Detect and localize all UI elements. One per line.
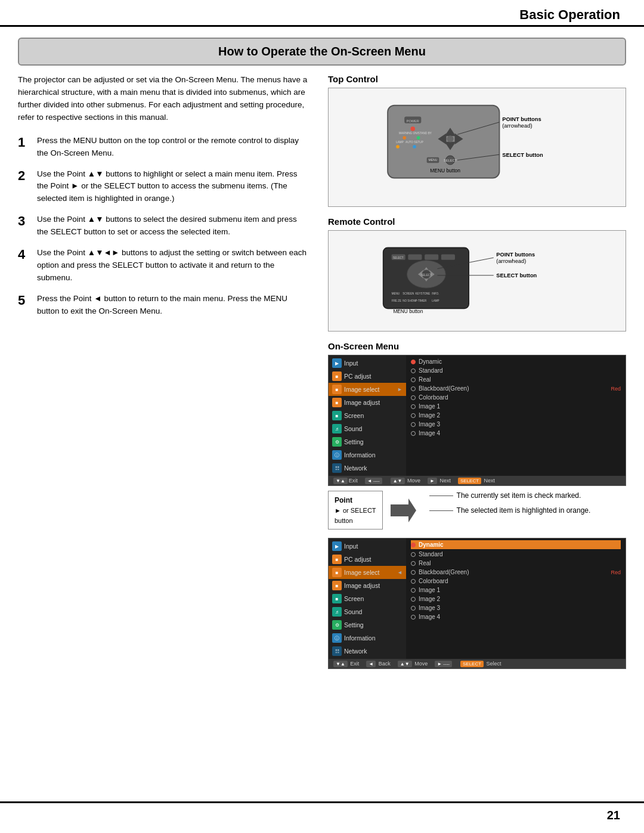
svg-text:MENU: MENU [392, 292, 400, 295]
svg-text:LAMP: LAMP [432, 299, 439, 302]
top-control-svg: POWER WARNING ON/STAND BY LAMP AUTO SETU… [335, 94, 620, 200]
menu-item-image-select-second[interactable]: ■ Image select ◄ [329, 566, 406, 579]
button-label: button [335, 516, 376, 526]
option-dynamic-first: Dynamic [411, 357, 621, 366]
radio-image3-second [411, 606, 416, 611]
option-image3-second: Image 3 [411, 603, 621, 612]
radio-image4-first [411, 431, 416, 436]
option-image1-first: Image 1 [411, 402, 621, 411]
radio-real-first [411, 377, 416, 382]
option-real-first: Real [411, 375, 621, 384]
menu-item-sound-second[interactable]: ♬ Sound [329, 605, 406, 618]
step-text-5: Press the Point ◄ button to return to th… [37, 293, 310, 318]
page-number: 21 [607, 809, 620, 822]
step-text-2: Use the Point ▲▼ buttons to highlight or… [37, 168, 310, 206]
menu-item-setting-second[interactable]: ⚙ Setting [329, 618, 406, 631]
menu-screenshot-inner-first: ▶ Input ■ PC adjust ■ Image select ► [329, 355, 626, 476]
option-image3-first: Image 3 [411, 420, 621, 429]
step-number-2: 2 [18, 168, 31, 184]
step-number-1: 1 [18, 135, 31, 150]
step-number-3: 3 [18, 213, 31, 229]
svg-text:SCREEN: SCREEN [402, 292, 414, 295]
option-image2-second: Image 2 [411, 594, 621, 603]
radio-colorboard-first [411, 395, 416, 400]
svg-text:AUTO SETUP: AUTO SETUP [405, 141, 423, 144]
svg-text:MENU button: MENU button [393, 308, 423, 314]
menu-item-image-adjust-second[interactable]: ■ Image adjust [329, 579, 406, 592]
menu-right-panel-second: Dynamic Standard Real Blackboard(Gr [406, 538, 626, 659]
menu-item-input-second[interactable]: ▶ Input [329, 540, 406, 553]
option-real-second: Real [411, 559, 621, 568]
menu-left-panel-second: ▶ Input ■ PC adjust ■ Image select ◄ [329, 538, 406, 659]
option-blackboard-second: Blackboard(Green) Red [411, 568, 621, 577]
menu-item-network-second[interactable]: ☷ Network [329, 645, 406, 658]
svg-text:FRE ZE: FRE ZE [392, 299, 401, 302]
top-control-diagram: POWER WARNING ON/STAND BY LAMP AUTO SETU… [328, 88, 626, 207]
remote-control-svg: SELECT SELECT MENU SCREEN KEYSTONE INFO.… [335, 237, 620, 325]
input-icon: ▶ [332, 358, 342, 368]
pc-adjust-icon-2: ■ [332, 555, 342, 564]
option-image4-first: Image 4 [411, 429, 621, 438]
radio-dynamic-second [411, 543, 416, 547]
radio-real-second [411, 561, 416, 566]
menu-item-screen[interactable]: ■ Screen [329, 409, 406, 422]
right-column: Top Control POWER WARNING ON/STAND BY LA… [328, 74, 626, 673]
svg-text:WARNING ON/STAND BY: WARNING ON/STAND BY [399, 132, 432, 135]
arrow-svg [388, 496, 417, 525]
menu-item-pc-adjust[interactable]: ■ PC adjust [329, 370, 406, 383]
step-number-4: 4 [18, 247, 31, 262]
setting-icon-2: ⚙ [332, 620, 342, 630]
annotation-area: Point ► or SELECT button The currently s… [328, 491, 626, 529]
step-2: 2 Use the Point ▲▼ buttons to highlight … [18, 168, 310, 206]
option-colorboard-second: Colorboard [411, 577, 621, 586]
menu-item-information-second[interactable]: ⓘ Information [329, 631, 406, 645]
section-title: How to Operate the On-Screen Menu [31, 45, 613, 58]
check-marked-text: The currently set item is check marked. [457, 491, 581, 501]
main-content: The projector can be adjusted or set via… [0, 74, 644, 673]
menu-item-information[interactable]: ⓘ Information [329, 448, 406, 462]
menu-item-pc-adjust-second[interactable]: ■ PC adjust [329, 553, 406, 566]
option-image2-first: Image 2 [411, 411, 621, 420]
point-button-box: Point ► or SELECT button [328, 491, 383, 529]
menu-bottom-bar-second: ▼▲ Exit ◄ Back ▲▼ Move ► ---- SELECT Sel… [329, 659, 626, 668]
menu-item-network[interactable]: ☷ Network [329, 462, 406, 475]
image-select-icon: ■ [332, 385, 342, 394]
svg-text:MENU: MENU [428, 158, 437, 162]
onscreen-menu-section: On-Screen Menu ▶ Input ■ PC adjust [328, 341, 626, 669]
radio-image2-second [411, 597, 416, 602]
svg-point-3 [411, 126, 415, 131]
radio-image4-second [411, 615, 416, 620]
menu-bottom-bar-first: ▼▲Exit ◄ ---- ▲▼ Move ► Next SELECT Next [329, 476, 626, 485]
network-icon: ☷ [332, 463, 342, 473]
menu-item-image-adjust[interactable]: ■ Image adjust [329, 396, 406, 409]
option-blackboard-first: Blackboard(Green) Red [411, 384, 621, 393]
menu-screenshot-first: ▶ Input ■ PC adjust ■ Image select ► [328, 355, 626, 486]
menu-item-screen-second[interactable]: ■ Screen [329, 592, 406, 605]
step-number-5: 5 [18, 293, 31, 308]
callout-highlighted: The selected item is highlighted in oran… [429, 506, 591, 516]
svg-text:SELECT button: SELECT button [496, 272, 537, 278]
svg-text:(arrowhead): (arrowhead) [496, 258, 526, 264]
callout-check-marked: The currently set item is check marked. [429, 491, 591, 501]
menu-item-image-select-active[interactable]: ■ Image select ► [329, 383, 406, 396]
menu-screenshot-second: ▶ Input ■ PC adjust ■ Image select ◄ [328, 538, 626, 669]
svg-text:KEYSTONE: KEYSTONE [415, 292, 430, 295]
image-adjust-icon-2: ■ [332, 581, 342, 590]
setting-icon: ⚙ [332, 437, 342, 447]
sound-icon-2: ♬ [332, 607, 342, 617]
svg-point-10 [413, 145, 416, 148]
menu-item-setting[interactable]: ⚙ Setting [329, 435, 406, 448]
svg-text:SELECT button: SELECT button [502, 152, 543, 158]
menu-item-input[interactable]: ▶ Input [329, 357, 406, 370]
page-title: Basic Operation [24, 7, 620, 23]
menu-left-panel-first: ▶ Input ■ PC adjust ■ Image select ► [329, 355, 406, 476]
svg-text:NO SHOW: NO SHOW [402, 299, 416, 302]
svg-rect-28 [408, 255, 422, 260]
menu-item-sound[interactable]: ♬ Sound [329, 422, 406, 435]
footer-line [0, 801, 644, 803]
svg-point-5 [402, 136, 406, 140]
step-text-4: Use the Point ▲▼◄► buttons to adjust the… [37, 247, 310, 284]
step-4: 4 Use the Point ▲▼◄► buttons to adjust t… [18, 247, 310, 284]
menu-right-panel-first: Dynamic Standard Real Blackboard(Gr [406, 355, 626, 476]
svg-text:LAMP: LAMP [396, 141, 404, 144]
